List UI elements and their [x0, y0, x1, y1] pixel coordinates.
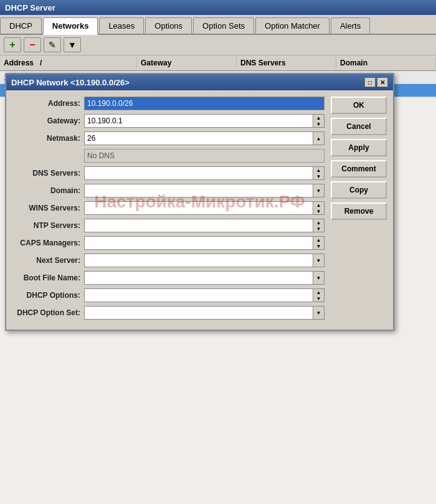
tab-dhcp[interactable]: DHCP: [0, 17, 42, 34]
dialog-minimize-button[interactable]: □: [364, 77, 376, 87]
caps-label: CAPS Managers:: [12, 239, 84, 247]
dns-spinner[interactable]: ▲ ▼: [313, 166, 325, 180]
netmask-spin-up[interactable]: ▲: [313, 132, 324, 145]
dhcp-options-spinner[interactable]: ▲ ▼: [313, 288, 325, 302]
dhcp-options-input-wrap: ▲ ▼: [84, 288, 325, 302]
boot-file-input[interactable]: [84, 271, 313, 285]
dns-spin-dn[interactable]: ▼: [313, 173, 324, 179]
table-header: Address / Gateway DNS Servers Domain: [0, 55, 436, 71]
dhcp-option-set-input-wrap: ▼: [84, 306, 325, 320]
tab-option-matcher[interactable]: Option Matcher: [255, 17, 329, 34]
dialog-buttons: OK Cancel Apply Comment Copy Remove: [331, 97, 387, 323]
ntp-spinner[interactable]: ▲ ▼: [313, 219, 325, 232]
wins-field-row: WINS Servers: ▲ ▼: [12, 201, 325, 215]
caps-spin-up[interactable]: ▲: [313, 237, 324, 243]
tab-alerts[interactable]: Alerts: [331, 17, 370, 34]
filter-button[interactable]: ▼: [64, 37, 81, 52]
toolbar: + − ✎ ▼: [0, 35, 436, 55]
remove-button[interactable]: −: [24, 37, 41, 52]
col-address: Address /: [0, 57, 137, 69]
add-button[interactable]: +: [4, 37, 21, 52]
boot-file-label: Boot File Name:: [12, 273, 84, 282]
tab-options[interactable]: Options: [145, 17, 192, 34]
tab-option-sets[interactable]: Option Sets: [193, 17, 254, 34]
dhcp-option-set-field-row: DHCP Option Set: ▼: [12, 306, 325, 320]
ntp-input[interactable]: [84, 219, 313, 232]
dns-spin-up[interactable]: ▲: [313, 167, 324, 173]
wins-input-wrap: ▲ ▼: [84, 201, 325, 215]
title-bar: DHCP Server: [0, 0, 436, 15]
netmask-label: Netmask:: [12, 134, 84, 143]
ntp-spin-up[interactable]: ▲: [313, 219, 324, 226]
gateway-spinner[interactable]: ▲ ▼: [313, 114, 325, 128]
tab-leases[interactable]: Leases: [99, 17, 144, 34]
netmask-input-wrap: ▲: [84, 131, 325, 145]
wins-input[interactable]: [84, 201, 313, 215]
next-server-input-wrap: ▼: [84, 254, 325, 267]
domain-dropdown[interactable]: ▼: [313, 184, 325, 197]
next-server-input[interactable]: [84, 254, 313, 267]
dhcp-options-spin-dn[interactable]: ▼: [313, 295, 324, 302]
boot-file-field-row: Boot File Name: ▼: [12, 271, 325, 285]
cancel-button[interactable]: Cancel: [331, 118, 387, 135]
ntp-spin-dn[interactable]: ▼: [313, 226, 324, 232]
dns-input-wrap: ▲ ▼: [84, 166, 325, 180]
remove-button[interactable]: Remove: [331, 202, 387, 220]
boot-file-dropdown[interactable]: ▼: [313, 271, 325, 285]
dhcp-options-spin-up[interactable]: ▲: [313, 289, 324, 295]
address-field-row: Address:: [12, 97, 325, 110]
dhcp-option-set-label: DHCP Option Set:: [12, 308, 84, 317]
domain-input[interactable]: [84, 184, 313, 197]
dhcp-option-set-input[interactable]: [84, 306, 313, 320]
address-label: Address:: [12, 99, 84, 108]
wins-spinner[interactable]: ▲ ▼: [313, 201, 325, 215]
dialog-body: Address: Gateway: ▲ ▼: [6, 90, 393, 330]
wins-label: WINS Servers:: [12, 204, 84, 212]
nodns-field-row: [12, 149, 325, 163]
dns-input[interactable]: [84, 166, 313, 180]
tab-bar: DHCP Networks Leases Options Option Sets…: [0, 15, 436, 35]
caps-spinner[interactable]: ▲ ▼: [313, 236, 325, 250]
comment-button[interactable]: Comment: [331, 160, 387, 178]
next-server-field-row: Next Server: ▼: [12, 254, 325, 267]
gateway-input[interactable]: [84, 114, 313, 128]
col-gateway: Gateway: [137, 57, 237, 69]
dhcp-option-set-dropdown[interactable]: ▼: [313, 306, 325, 320]
address-input[interactable]: [84, 97, 325, 110]
dhcp-options-input[interactable]: [84, 288, 313, 302]
caps-field-row: CAPS Managers: ▲ ▼: [12, 236, 325, 250]
domain-label: Domain:: [12, 186, 84, 195]
gateway-input-wrap: ▲ ▼: [84, 114, 325, 128]
dhcp-network-dialog: DHCP Network <10.190.0.0/26> □ ✕ Address…: [5, 73, 394, 331]
gateway-label: Gateway:: [12, 116, 84, 125]
wins-spin-dn[interactable]: ▼: [313, 208, 324, 214]
next-server-dropdown[interactable]: ▼: [313, 254, 325, 267]
dialog-fields: Address: Gateway: ▲ ▼: [12, 97, 325, 323]
dialog-close-button[interactable]: ✕: [377, 77, 388, 87]
edit-button[interactable]: ✎: [44, 37, 61, 52]
caps-spin-dn[interactable]: ▼: [313, 243, 324, 249]
col-domain: Domain: [336, 57, 436, 69]
ok-button[interactable]: OK: [331, 97, 387, 114]
dialog-title-bar: DHCP Network <10.190.0.0/26> □ ✕: [6, 74, 393, 90]
tab-networks[interactable]: Networks: [43, 17, 98, 35]
dhcp-options-label: DHCP Options:: [12, 291, 84, 300]
next-server-label: Next Server:: [12, 256, 84, 265]
nodns-input[interactable]: [84, 149, 325, 163]
gateway-spin-up[interactable]: ▲: [313, 115, 324, 121]
netmask-field-row: Netmask: ▲: [12, 131, 325, 145]
wins-spin-up[interactable]: ▲: [313, 202, 324, 208]
address-input-wrap: [84, 97, 325, 110]
dialog-title-label: DHCP Network <10.190.0.0/26>: [11, 78, 130, 87]
dialog-title-buttons: □ ✕: [364, 77, 388, 87]
netmask-input[interactable]: [84, 131, 313, 145]
caps-input-wrap: ▲ ▼: [84, 236, 325, 250]
netmask-spinner[interactable]: ▲: [313, 131, 325, 145]
apply-button[interactable]: Apply: [331, 139, 387, 156]
gateway-spin-dn[interactable]: ▼: [313, 121, 324, 127]
domain-field-row: Domain: ▼: [12, 184, 325, 197]
copy-button[interactable]: Copy: [331, 181, 387, 199]
main-content: Address / Gateway DNS Servers Domain ;;;…: [0, 55, 436, 504]
ntp-label: NTP Servers:: [12, 221, 84, 230]
caps-input[interactable]: [84, 236, 313, 250]
